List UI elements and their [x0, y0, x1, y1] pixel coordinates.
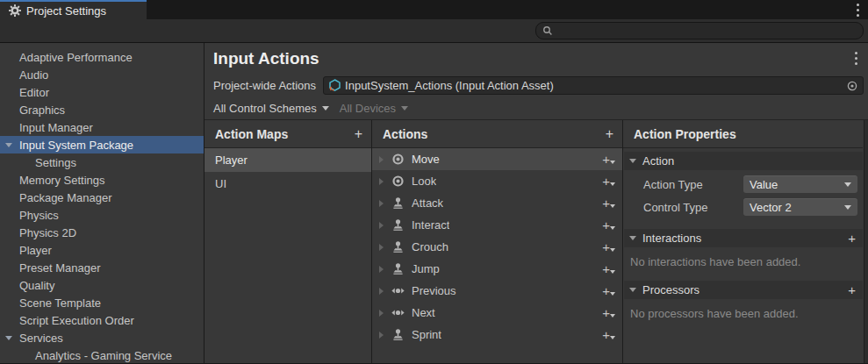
add-action-map-button[interactable]: +	[355, 126, 362, 142]
sidebar-item[interactable]: Package Manager	[0, 189, 204, 206]
actions-editor-columns: Action Maps + Player UI Actions +	[204, 120, 868, 363]
window-tab-bar: Project Settings	[0, 0, 868, 19]
action-map-row[interactable]: Player	[204, 148, 371, 172]
action-map-row[interactable]: UI	[204, 172, 371, 196]
processors-empty-note: No processors have been added.	[630, 307, 857, 320]
processors-foldout-header[interactable]: Processors +	[624, 281, 863, 299]
action-foldout-header[interactable]: Action	[624, 152, 863, 170]
expand-arrow-icon[interactable]	[379, 288, 384, 295]
sidebar-item[interactable]: Input System Package	[0, 136, 204, 153]
action-row[interactable]: Crouch +	[372, 236, 622, 258]
sidebar-item[interactable]: Graphics	[0, 101, 204, 118]
expand-arrow-icon[interactable]	[379, 156, 384, 163]
add-binding-button[interactable]: +	[602, 239, 615, 254]
sidebar-item[interactable]: Preset Manager	[0, 259, 204, 276]
input-action-asset-field[interactable]: InputSystem_Actions (Input Action Asset)	[323, 76, 864, 95]
vertical-scrollbar[interactable]	[864, 120, 868, 363]
settings-category-sidebar: Adaptive Performance Audio Editor Graphi…	[0, 43, 204, 363]
control-type-label: Control Type	[643, 201, 743, 214]
sidebar-item-label: Settings	[35, 156, 76, 169]
foldout-open-icon	[629, 288, 636, 292]
chevron-down-icon	[844, 205, 851, 210]
add-binding-button[interactable]: +	[602, 283, 615, 298]
sidebar-item-label: Input System Package	[19, 139, 133, 152]
sidebar-item[interactable]: Script Execution Order	[0, 311, 204, 329]
actions-header: Actions +	[372, 120, 622, 148]
add-binding-button[interactable]: +	[602, 261, 615, 276]
expand-arrow-icon[interactable]	[379, 332, 384, 339]
sidebar-item[interactable]: Scene Template	[0, 294, 204, 311]
add-binding-button[interactable]: +	[602, 305, 615, 320]
add-binding-button[interactable]: +	[602, 174, 615, 189]
search-input[interactable]	[557, 25, 857, 37]
add-binding-button[interactable]: +	[602, 327, 615, 342]
action-type-row: Action Type Value	[643, 175, 857, 193]
add-binding-button[interactable]: +	[602, 152, 615, 167]
expand-arrow-icon[interactable]	[379, 222, 384, 229]
sidebar-item[interactable]: Editor	[0, 83, 204, 101]
sidebar-item[interactable]: Input Manager	[0, 118, 204, 136]
action-type-dropdown[interactable]: Value	[743, 175, 857, 193]
window-menu-kebab-icon[interactable]	[857, 2, 859, 18]
control-schemes-dropdown[interactable]: All Control Schemes	[213, 102, 329, 115]
sidebar-item-label: Physics	[19, 209, 59, 222]
action-control-type-icon	[390, 175, 405, 188]
action-control-type-icon	[390, 328, 405, 341]
panel-menu-kebab-icon[interactable]	[855, 51, 857, 67]
action-row[interactable]: Previous +	[372, 280, 622, 302]
control-type-dropdown[interactable]: Vector 2	[743, 198, 857, 216]
foldout-open-icon	[629, 236, 636, 240]
object-picker-icon[interactable]	[846, 80, 858, 92]
expand-arrow-icon[interactable]	[379, 178, 384, 185]
action-maps-title: Action Maps	[215, 127, 288, 141]
expand-arrow-icon[interactable]	[379, 200, 384, 207]
expand-arrow-icon[interactable]	[379, 266, 384, 273]
interactions-foldout-header[interactable]: Interactions +	[624, 229, 863, 247]
sidebar-item[interactable]: Memory Settings	[0, 171, 204, 189]
add-binding-button[interactable]: +	[602, 218, 615, 232]
sidebar-item[interactable]: Physics 2D	[0, 224, 204, 241]
add-interaction-button[interactable]: +	[848, 231, 856, 246]
search-field[interactable]	[535, 22, 864, 39]
action-row[interactable]: Jump +	[372, 258, 622, 280]
foldout-triangle-icon[interactable]	[5, 143, 12, 147]
action-row[interactable]: Look +	[372, 170, 622, 192]
action-map-label: Player	[215, 153, 247, 167]
action-label: Previous	[412, 284, 456, 297]
devices-dropdown[interactable]: All Devices	[340, 102, 408, 115]
action-row[interactable]: Next +	[372, 302, 622, 324]
action-label: Jump	[412, 262, 440, 275]
sidebar-item[interactable]: Settings	[0, 153, 204, 171]
action-section-label: Action	[642, 154, 674, 168]
sidebar-item-label: Quality	[19, 279, 54, 292]
sidebar-item-label: Adaptive Performance	[19, 51, 133, 64]
tab-project-settings[interactable]: Project Settings	[0, 0, 147, 19]
sidebar-item-label: Preset Manager	[19, 261, 101, 275]
sidebar-item[interactable]: Analytics - Gaming Service	[0, 346, 204, 363]
sidebar-item[interactable]: Adaptive Performance	[0, 48, 204, 66]
action-row[interactable]: Move +	[372, 148, 622, 170]
foldout-triangle-icon[interactable]	[5, 336, 12, 340]
add-processor-button[interactable]: +	[848, 282, 856, 297]
add-binding-button[interactable]: +	[602, 196, 615, 211]
action-label: Attack	[412, 196, 443, 210]
action-maps-header: Action Maps +	[204, 120, 371, 148]
interactions-section-label: Interactions	[642, 232, 701, 245]
sidebar-item[interactable]: Player	[0, 241, 204, 259]
expand-arrow-icon[interactable]	[379, 310, 384, 317]
chevron-down-icon	[322, 106, 329, 111]
sidebar-item[interactable]: Physics	[0, 206, 204, 224]
control-type-value: Vector 2	[750, 201, 792, 214]
processors-section-label: Processors	[642, 283, 699, 296]
action-row[interactable]: Attack +	[372, 192, 622, 214]
action-row[interactable]: Interact +	[372, 214, 622, 236]
sidebar-item[interactable]: Audio	[0, 66, 204, 83]
add-action-button[interactable]: +	[606, 126, 613, 142]
sidebar-item[interactable]: Services	[0, 329, 204, 346]
sidebar-item[interactable]: Quality	[0, 276, 204, 294]
expand-arrow-icon[interactable]	[379, 244, 384, 251]
action-control-type-icon	[390, 240, 405, 253]
action-label: Sprint	[412, 328, 441, 341]
action-control-type-icon	[390, 286, 405, 296]
action-row[interactable]: Sprint +	[372, 324, 622, 346]
